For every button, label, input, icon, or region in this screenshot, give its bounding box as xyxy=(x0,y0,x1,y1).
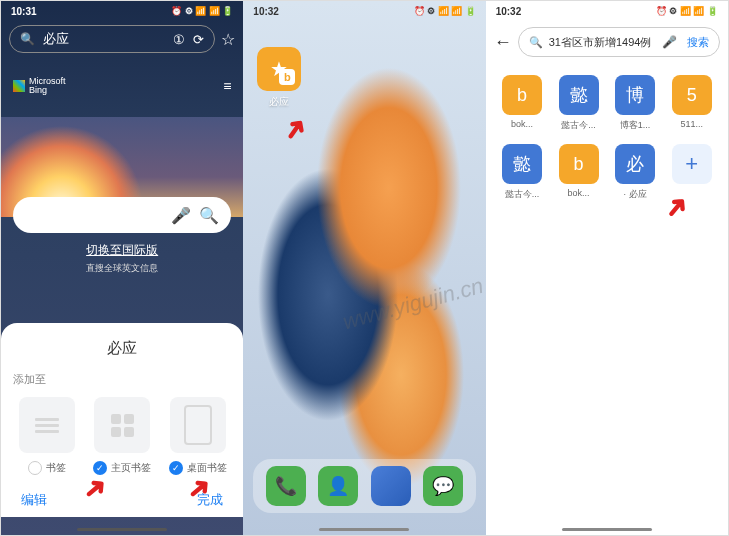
option-homepage-bookmark[interactable]: ✓主页书签 xyxy=(88,397,155,475)
contacts-app-icon[interactable]: 👤 xyxy=(318,466,358,506)
search-text: 31省区市新增1494例 xyxy=(549,35,656,50)
fav-icon: b xyxy=(502,75,542,115)
fav-item-6[interactable]: 必· 必应 xyxy=(611,144,660,201)
dock: 📞 👤 💬 xyxy=(253,459,475,513)
search-icon: 🔍 xyxy=(529,36,543,49)
home-indicator[interactable] xyxy=(77,528,167,531)
voice-icon[interactable]: 🎤 xyxy=(171,206,191,225)
url-text: 必应 xyxy=(43,30,165,48)
status-bar: 10:32 ⏰ ⚙ 📶 📶 🔋 xyxy=(243,1,485,21)
status-time: 10:32 xyxy=(496,6,522,17)
fav-icon: 博 xyxy=(615,75,655,115)
tabs-icon[interactable]: ① xyxy=(173,32,185,47)
phone-app-icon[interactable]: 📞 xyxy=(266,466,306,506)
status-bar: 10:31 ⏰ ⚙ 📶 📶 🔋 xyxy=(1,1,243,21)
option-desktop-bookmark[interactable]: ✓桌面书签 xyxy=(164,397,231,475)
url-bar[interactable]: 🔍 必应 ① ⟳ xyxy=(9,25,215,53)
radio-unchecked-icon xyxy=(28,461,42,475)
status-icons: ⏰ ⚙ 📶 📶 🔋 xyxy=(171,6,233,16)
search-button[interactable]: 搜索 xyxy=(683,35,713,50)
radio-checked-icon: ✓ xyxy=(169,461,183,475)
intl-version-link[interactable]: 切换至国际版 xyxy=(1,242,243,259)
home-indicator[interactable] xyxy=(562,528,652,531)
browser-top-bar: ← 🔍 31省区市新增1494例 🎤 搜索 xyxy=(486,21,728,63)
back-icon[interactable]: ← xyxy=(494,32,512,53)
shortcut-label: 必应 xyxy=(257,95,301,109)
fav-icon: 必 xyxy=(615,144,655,184)
bing-page: Microsoft Bing ≡ 🎤 🔍 切换至国际版 直搜全球英文信息 xyxy=(1,57,243,95)
fav-item-5[interactable]: bbok... xyxy=(554,144,603,201)
status-bar: 10:32 ⏰ ⚙ 📶 📶 🔋 xyxy=(486,1,728,21)
hamburger-icon[interactable]: ≡ xyxy=(223,78,231,94)
browser-app-icon[interactable] xyxy=(371,466,411,506)
phone-screen-3: 10:32 ⏰ ⚙ 📶 📶 🔋 ← 🔍 31省区市新增1494例 🎤 搜索 bb… xyxy=(486,1,728,535)
fav-icon: 5 xyxy=(672,75,712,115)
phone-screen-1: 10:31 ⏰ ⚙ 📶 📶 🔋 🔍 必应 ① ⟳ ☆ Microsoft Bin… xyxy=(1,1,243,535)
browser-url-row: 🔍 必应 ① ⟳ ☆ xyxy=(1,21,243,57)
fav-item-1[interactable]: 懿懿古今... xyxy=(554,75,603,132)
fav-icon: 懿 xyxy=(502,144,542,184)
microsoft-logo-icon xyxy=(13,80,25,92)
status-time: 10:31 xyxy=(11,6,37,17)
fav-item-3[interactable]: 5511... xyxy=(667,75,716,132)
search-bar[interactable]: 🔍 31省区市新增1494例 🎤 搜索 xyxy=(518,27,720,57)
bookmark-options: 书签 ✓主页书签 ✓桌面书签 xyxy=(13,397,231,475)
bookmark-star-icon[interactable]: ☆ xyxy=(221,30,235,49)
search-icon[interactable]: 🔍 xyxy=(199,206,219,225)
bing-logo: Microsoft Bing ≡ xyxy=(1,77,243,95)
fav-icon: 懿 xyxy=(559,75,599,115)
option-bookmark[interactable]: 书签 xyxy=(13,397,80,475)
fav-item-0[interactable]: bbok... xyxy=(498,75,547,132)
search-icon: 🔍 xyxy=(20,32,35,46)
phone-screen-2: 10:32 ⏰ ⚙ 📶 📶 🔋 必应 ➜ 📞 👤 💬 xyxy=(243,1,485,535)
fav-item-2[interactable]: 博博客1... xyxy=(611,75,660,132)
add-icon: + xyxy=(672,144,712,184)
fav-icon: b xyxy=(559,144,599,184)
edit-button[interactable]: 编辑 xyxy=(21,491,47,509)
fav-item-4[interactable]: 懿懿古今... xyxy=(498,144,547,201)
intl-version-subtitle: 直搜全球英文信息 xyxy=(1,262,243,275)
bing-shortcut-icon xyxy=(257,47,301,91)
sheet-title: 必应 xyxy=(13,339,231,358)
status-icons: ⏰ ⚙ 📶 📶 🔋 xyxy=(656,6,718,16)
bing-shortcut[interactable]: 必应 xyxy=(257,47,301,109)
bing-search-box[interactable]: 🎤 🔍 xyxy=(13,197,231,233)
add-to-label: 添加至 xyxy=(13,372,231,387)
voice-icon[interactable]: 🎤 xyxy=(662,35,677,49)
messages-app-icon[interactable]: 💬 xyxy=(423,466,463,506)
status-icons: ⏰ ⚙ 📶 📶 🔋 xyxy=(414,6,476,16)
status-time: 10:32 xyxy=(253,6,279,17)
favorites-grid: bbok... 懿懿古今... 博博客1... 5511... 懿懿古今... … xyxy=(486,63,728,213)
refresh-icon[interactable]: ⟳ xyxy=(193,32,204,47)
home-indicator[interactable] xyxy=(319,528,409,531)
